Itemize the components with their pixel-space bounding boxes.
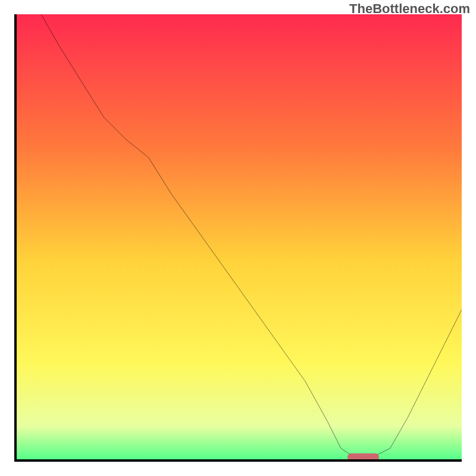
- bottleneck-curve: [14, 14, 462, 462]
- plot-area: [14, 14, 462, 462]
- optimal-marker: [347, 453, 379, 461]
- chart-container: TheBottleneck.com: [0, 0, 476, 476]
- watermark-text: TheBottleneck.com: [349, 1, 470, 17]
